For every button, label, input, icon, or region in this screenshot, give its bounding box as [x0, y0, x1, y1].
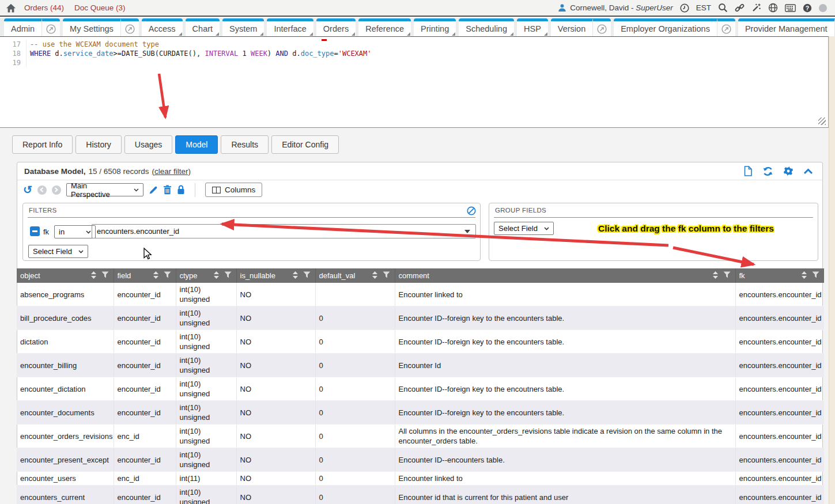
- filter-funnel-icon[interactable]: [383, 271, 390, 280]
- editor-line[interactable]: 18WHERE d.service_date>=DATE_SUB(CURDATE…: [0, 49, 828, 58]
- tab-usages[interactable]: Usages: [124, 135, 172, 154]
- sort-icon[interactable]: [802, 271, 807, 281]
- column-header-is-nullable[interactable]: is_nullable: [236, 268, 315, 283]
- filter-funnel-icon[interactable]: [224, 271, 232, 280]
- delete-trash-icon[interactable]: [163, 185, 172, 195]
- filter-add-field-select[interactable]: Select Field: [28, 245, 88, 258]
- new-document-icon[interactable]: [743, 166, 753, 176]
- nav-tab-access[interactable]: Access: [142, 18, 183, 36]
- sort-icon[interactable]: [372, 271, 377, 281]
- gear-icon[interactable]: [783, 166, 794, 176]
- filter-funnel-icon[interactable]: [101, 271, 109, 280]
- table-row[interactable]: encounter_documentsencounter_idint(10) u…: [17, 401, 824, 425]
- filter-value-combo[interactable]: [92, 224, 476, 238]
- nav-tab-system[interactable]: System: [222, 18, 264, 36]
- user-info[interactable]: Cornewell, David - SuperUser: [558, 3, 673, 12]
- filter-value-input[interactable]: [92, 227, 464, 236]
- filter-funnel-icon[interactable]: [723, 271, 731, 280]
- editor-line[interactable]: 17-- use the WCEXAM document type: [0, 40, 828, 49]
- sort-icon[interactable]: [293, 271, 298, 281]
- clock-icon[interactable]: [680, 3, 689, 13]
- resize-handle-icon[interactable]: [818, 118, 826, 125]
- nav-tab-hsp[interactable]: HSP: [517, 18, 548, 36]
- user-role: SuperUser: [636, 3, 673, 12]
- edit-pencil-icon[interactable]: [149, 185, 158, 195]
- cell-is-nullable: NO: [236, 472, 315, 486]
- wand-icon[interactable]: [751, 3, 761, 13]
- scrollbar-track[interactable]: [829, 36, 835, 504]
- table-row[interactable]: encounter_usersenc_idint(11)NO0Encounter…: [17, 472, 824, 486]
- column-header-object[interactable]: object: [17, 268, 114, 283]
- topbar-link-orders[interactable]: Orders (44): [24, 3, 64, 12]
- tab-report-info[interactable]: Report Info: [12, 135, 73, 154]
- tab-editor-config[interactable]: Editor Config: [271, 135, 339, 154]
- cell-is-nullable: NO: [236, 425, 315, 448]
- nav-tab-version[interactable]: Version: [551, 18, 611, 36]
- column-header-label: fk: [739, 271, 802, 280]
- clear-filters-icon[interactable]: [467, 206, 476, 218]
- combo-dropdown-icon[interactable]: [464, 230, 470, 233]
- sort-icon[interactable]: [214, 271, 219, 281]
- table-row[interactable]: encounter_billingencounter_idint(10) uns…: [17, 354, 824, 377]
- table-row[interactable]: encounters_currentencounter_idint(10) un…: [17, 486, 824, 504]
- tab-results[interactable]: Results: [221, 135, 269, 154]
- table-row[interactable]: dictationencounter_idint(10) unsignedNO0…: [17, 330, 824, 354]
- next-button[interactable]: [52, 185, 61, 195]
- tab-model[interactable]: Model: [175, 135, 218, 154]
- filter-funnel-icon[interactable]: [812, 271, 819, 280]
- sort-icon[interactable]: [153, 271, 158, 281]
- column-header-label: comment: [399, 271, 713, 280]
- remove-filter-button[interactable]: [30, 226, 40, 236]
- column-header-field[interactable]: field: [114, 268, 176, 283]
- clear-filter-link[interactable]: (clear filter): [152, 167, 191, 176]
- table-row[interactable]: encounter_orders_revisionsenc_idint(10) …: [17, 425, 824, 448]
- nav-tab-my-settings[interactable]: My Settings: [63, 18, 139, 36]
- lock-icon[interactable]: [177, 185, 185, 195]
- table-row[interactable]: absence_programsencounter_idint(10) unsi…: [17, 283, 824, 306]
- table-row[interactable]: encounter_present_exceptencounter_idint(…: [17, 448, 824, 472]
- column-header-fk[interactable]: fk: [735, 268, 824, 283]
- help-icon[interactable]: ?: [803, 3, 812, 13]
- nav-tab-reference[interactable]: Reference: [358, 18, 411, 36]
- keyboard-icon[interactable]: [785, 4, 796, 12]
- external-link-icon[interactable]: [41, 18, 60, 36]
- external-link-icon[interactable]: [120, 18, 139, 36]
- collapse-icon[interactable]: [803, 168, 813, 175]
- prev-button[interactable]: [37, 185, 47, 195]
- filter-funnel-icon[interactable]: [164, 271, 171, 280]
- refresh-icon[interactable]: [762, 166, 773, 176]
- filter-operator-select[interactable]: in: [54, 225, 96, 238]
- editor-line[interactable]: 19: [0, 58, 828, 67]
- nav-tab-admin[interactable]: Admin: [4, 18, 60, 36]
- nav-tab-employer-organizations[interactable]: Employer Organizations: [614, 18, 735, 36]
- external-link-icon[interactable]: [592, 18, 611, 36]
- nav-tab-provider-management[interactable]: Provider Management: [738, 18, 835, 36]
- nav-tab-scheduling[interactable]: Scheduling: [459, 18, 514, 36]
- external-link-icon[interactable]: [717, 18, 735, 36]
- undo-icon[interactable]: ↺: [23, 184, 32, 195]
- perspective-select[interactable]: Main Perspective: [66, 183, 143, 196]
- topbar-link-doc-queue[interactable]: Doc Queue (3): [74, 3, 126, 12]
- search-icon[interactable]: [718, 3, 728, 13]
- column-header-comment[interactable]: comment: [395, 268, 735, 283]
- tab-history[interactable]: History: [75, 135, 122, 154]
- table-row[interactable]: bill_procedure_codesencounter_idint(10) …: [17, 306, 824, 330]
- globe-icon[interactable]: [768, 3, 778, 13]
- columns-button[interactable]: Columns: [205, 183, 262, 197]
- nav-tab-printing[interactable]: Printing: [414, 18, 456, 36]
- nav-tab-interface[interactable]: Interface: [267, 18, 313, 36]
- table-row[interactable]: encounter_dictationencounter_idint(10) u…: [17, 377, 824, 401]
- link-icon[interactable]: [735, 3, 745, 13]
- nav-tab-chart[interactable]: Chart: [186, 18, 220, 36]
- home-icon[interactable]: [6, 3, 16, 13]
- nav-tab-orders[interactable]: Orders: [316, 18, 356, 36]
- column-header-default-val[interactable]: default_val: [315, 268, 395, 283]
- filter-funnel-icon[interactable]: [303, 271, 311, 280]
- cell-fk: encounters.encounter_id: [735, 401, 824, 425]
- column-header-ctype[interactable]: ctype: [176, 268, 236, 283]
- cell-is-nullable: NO: [236, 354, 315, 377]
- sort-icon[interactable]: [91, 271, 96, 281]
- sql-editor[interactable]: 17-- use the WCEXAM document type18WHERE…: [0, 36, 829, 128]
- sort-icon[interactable]: [713, 271, 718, 281]
- group-add-field-select[interactable]: Select Field: [494, 222, 554, 235]
